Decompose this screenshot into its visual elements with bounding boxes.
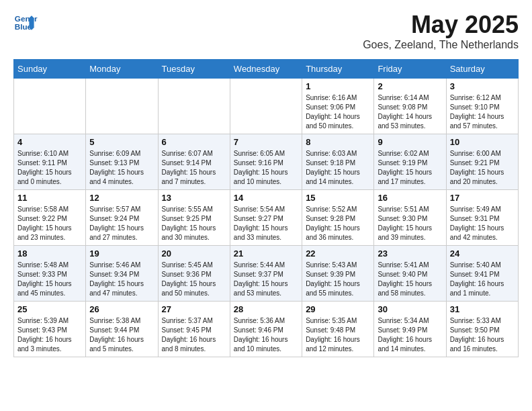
day-info: Sunrise: 5:46 AM Sunset: 9:34 PM Dayligh…	[89, 261, 154, 298]
day-number: 25	[17, 304, 82, 314]
calendar-cell: 19Sunrise: 5:46 AM Sunset: 9:34 PM Dayli…	[86, 246, 158, 302]
day-number: 24	[450, 248, 515, 259]
calendar-body: 1Sunrise: 6:16 AM Sunset: 9:06 PM Daylig…	[14, 79, 519, 357]
day-number: 28	[234, 304, 298, 314]
day-info: Sunrise: 5:57 AM Sunset: 9:24 PM Dayligh…	[89, 205, 154, 242]
day-info: Sunrise: 5:38 AM Sunset: 9:44 PM Dayligh…	[89, 316, 154, 354]
calendar-cell: 16Sunrise: 5:51 AM Sunset: 9:30 PM Dayli…	[374, 190, 446, 246]
day-number: 15	[306, 193, 370, 203]
day-number: 13	[162, 193, 226, 203]
day-info: Sunrise: 6:07 AM Sunset: 9:14 PM Dayligh…	[162, 149, 226, 187]
day-info: Sunrise: 6:05 AM Sunset: 9:16 PM Dayligh…	[234, 149, 298, 187]
day-info: Sunrise: 5:35 AM Sunset: 9:48 PM Dayligh…	[306, 316, 370, 354]
day-info: Sunrise: 6:16 AM Sunset: 9:06 PM Dayligh…	[306, 93, 370, 131]
day-number: 22	[306, 248, 370, 259]
weekday-header-tuesday: Tuesday	[158, 60, 230, 79]
calendar-cell: 28Sunrise: 5:36 AM Sunset: 9:46 PM Dayli…	[230, 302, 302, 357]
day-info: Sunrise: 6:02 AM Sunset: 9:19 PM Dayligh…	[378, 149, 442, 187]
calendar-cell: 22Sunrise: 5:43 AM Sunset: 9:39 PM Dayli…	[302, 246, 374, 302]
day-number: 11	[17, 193, 82, 203]
day-info: Sunrise: 5:44 AM Sunset: 9:37 PM Dayligh…	[234, 261, 298, 298]
calendar-cell: 15Sunrise: 5:52 AM Sunset: 9:28 PM Dayli…	[302, 190, 374, 246]
calendar-cell: 17Sunrise: 5:49 AM Sunset: 9:31 PM Dayli…	[446, 190, 518, 246]
week-row-2: 4Sunrise: 6:10 AM Sunset: 9:11 PM Daylig…	[14, 134, 519, 190]
day-info: Sunrise: 5:58 AM Sunset: 9:22 PM Dayligh…	[17, 205, 82, 242]
day-number: 10	[450, 137, 515, 147]
weekday-header-sunday: Sunday	[14, 60, 86, 79]
day-number: 14	[234, 193, 298, 203]
calendar-cell: 14Sunrise: 5:54 AM Sunset: 9:27 PM Dayli…	[230, 190, 302, 246]
day-number: 20	[162, 248, 226, 259]
day-info: Sunrise: 5:48 AM Sunset: 9:33 PM Dayligh…	[17, 261, 82, 298]
calendar-cell: 2Sunrise: 6:14 AM Sunset: 9:08 PM Daylig…	[374, 79, 446, 134]
logo-icon: General Blue	[13, 11, 38, 35]
day-info: Sunrise: 5:34 AM Sunset: 9:49 PM Dayligh…	[378, 316, 442, 354]
calendar-cell: 31Sunrise: 5:33 AM Sunset: 9:50 PM Dayli…	[446, 302, 518, 357]
day-info: Sunrise: 5:51 AM Sunset: 9:30 PM Dayligh…	[378, 205, 442, 242]
weekday-header-wednesday: Wednesday	[230, 60, 302, 79]
day-number: 6	[162, 137, 226, 147]
calendar-cell: 18Sunrise: 5:48 AM Sunset: 9:33 PM Dayli…	[14, 246, 86, 302]
weekday-header-row: SundayMondayTuesdayWednesdayThursdayFrid…	[14, 60, 519, 79]
calendar-cell: 25Sunrise: 5:39 AM Sunset: 9:43 PM Dayli…	[14, 302, 86, 357]
calendar-cell: 13Sunrise: 5:55 AM Sunset: 9:25 PM Dayli…	[158, 190, 230, 246]
day-info: Sunrise: 5:39 AM Sunset: 9:43 PM Dayligh…	[17, 316, 82, 354]
calendar-cell: 9Sunrise: 6:02 AM Sunset: 9:19 PM Daylig…	[374, 134, 446, 190]
day-info: Sunrise: 6:12 AM Sunset: 9:10 PM Dayligh…	[450, 93, 515, 131]
day-number: 1	[306, 81, 370, 91]
week-row-5: 25Sunrise: 5:39 AM Sunset: 9:43 PM Dayli…	[14, 302, 519, 357]
day-number: 29	[306, 304, 370, 314]
weekday-header-friday: Friday	[374, 60, 446, 79]
week-row-4: 18Sunrise: 5:48 AM Sunset: 9:33 PM Dayli…	[14, 246, 519, 302]
calendar-cell: 24Sunrise: 5:40 AM Sunset: 9:41 PM Dayli…	[446, 246, 518, 302]
calendar-cell: 8Sunrise: 6:03 AM Sunset: 9:18 PM Daylig…	[302, 134, 374, 190]
day-info: Sunrise: 6:10 AM Sunset: 9:11 PM Dayligh…	[17, 149, 82, 187]
calendar-cell: 10Sunrise: 6:00 AM Sunset: 9:21 PM Dayli…	[446, 134, 518, 190]
calendar-cell: 30Sunrise: 5:34 AM Sunset: 9:49 PM Dayli…	[374, 302, 446, 357]
day-info: Sunrise: 5:43 AM Sunset: 9:39 PM Dayligh…	[306, 261, 370, 298]
day-info: Sunrise: 5:33 AM Sunset: 9:50 PM Dayligh…	[450, 316, 515, 354]
month-title: May 2025	[363, 11, 519, 39]
calendar-cell: 21Sunrise: 5:44 AM Sunset: 9:37 PM Dayli…	[230, 246, 302, 302]
day-info: Sunrise: 5:52 AM Sunset: 9:28 PM Dayligh…	[306, 205, 370, 242]
day-number: 27	[162, 304, 226, 314]
weekday-header-saturday: Saturday	[446, 60, 518, 79]
day-number: 7	[234, 137, 298, 147]
day-info: Sunrise: 6:00 AM Sunset: 9:21 PM Dayligh…	[450, 149, 515, 187]
calendar-cell	[158, 79, 230, 134]
day-number: 2	[378, 81, 442, 91]
calendar-cell: 12Sunrise: 5:57 AM Sunset: 9:24 PM Dayli…	[86, 190, 158, 246]
day-info: Sunrise: 6:03 AM Sunset: 9:18 PM Dayligh…	[306, 149, 370, 187]
day-number: 16	[378, 193, 442, 203]
day-number: 21	[234, 248, 298, 259]
day-number: 4	[17, 137, 82, 147]
day-info: Sunrise: 5:54 AM Sunset: 9:27 PM Dayligh…	[234, 205, 298, 242]
day-number: 31	[450, 304, 515, 314]
calendar-cell: 5Sunrise: 6:09 AM Sunset: 9:13 PM Daylig…	[86, 134, 158, 190]
day-info: Sunrise: 6:09 AM Sunset: 9:13 PM Dayligh…	[89, 149, 154, 187]
day-number: 8	[306, 137, 370, 147]
header: General Blue May 2025 Goes, Zeeland, The…	[13, 11, 519, 51]
day-info: Sunrise: 5:40 AM Sunset: 9:41 PM Dayligh…	[450, 261, 515, 298]
calendar-cell: 11Sunrise: 5:58 AM Sunset: 9:22 PM Dayli…	[14, 190, 86, 246]
day-number: 18	[17, 248, 82, 259]
calendar-cell: 20Sunrise: 5:45 AM Sunset: 9:36 PM Dayli…	[158, 246, 230, 302]
calendar-cell: 3Sunrise: 6:12 AM Sunset: 9:10 PM Daylig…	[446, 79, 518, 134]
day-info: Sunrise: 5:49 AM Sunset: 9:31 PM Dayligh…	[450, 205, 515, 242]
logo: General Blue	[13, 11, 38, 35]
day-info: Sunrise: 5:41 AM Sunset: 9:40 PM Dayligh…	[378, 261, 442, 298]
title-area: May 2025 Goes, Zeeland, The Netherlands	[363, 11, 519, 51]
day-number: 17	[450, 193, 515, 203]
calendar-cell: 7Sunrise: 6:05 AM Sunset: 9:16 PM Daylig…	[230, 134, 302, 190]
day-number: 12	[89, 193, 154, 203]
calendar-cell	[86, 79, 158, 134]
location-title: Goes, Zeeland, The Netherlands	[363, 39, 519, 51]
calendar-cell: 29Sunrise: 5:35 AM Sunset: 9:48 PM Dayli…	[302, 302, 374, 357]
day-info: Sunrise: 5:55 AM Sunset: 9:25 PM Dayligh…	[162, 205, 226, 242]
day-number: 26	[89, 304, 154, 314]
day-info: Sunrise: 5:37 AM Sunset: 9:45 PM Dayligh…	[162, 316, 226, 354]
day-number: 5	[89, 137, 154, 147]
calendar-cell: 27Sunrise: 5:37 AM Sunset: 9:45 PM Dayli…	[158, 302, 230, 357]
calendar-table: SundayMondayTuesdayWednesdayThursdayFrid…	[13, 59, 519, 357]
day-number: 9	[378, 137, 442, 147]
